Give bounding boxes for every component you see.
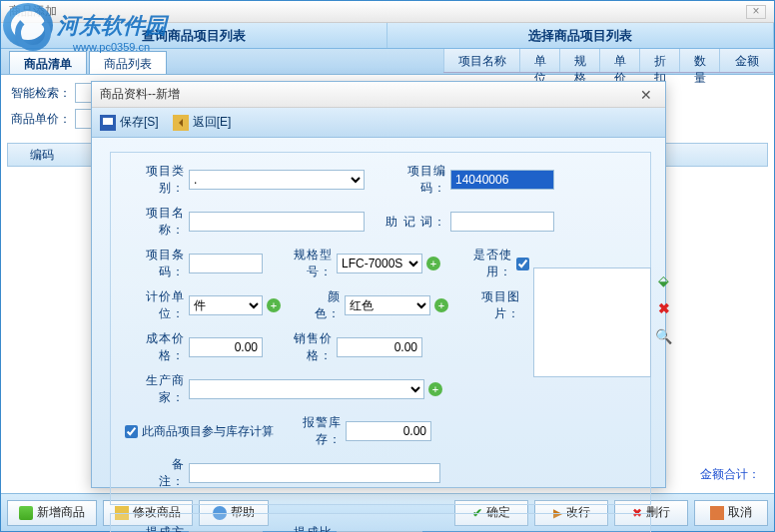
- sale-label: 销售价格：: [273, 330, 333, 364]
- alarm-label: 报警库存：: [282, 414, 342, 448]
- col-qty: 数量: [679, 49, 719, 72]
- alarm-input[interactable]: [346, 421, 431, 441]
- new-product-button[interactable]: 新增商品: [7, 500, 97, 526]
- color-select[interactable]: 红色: [345, 295, 430, 315]
- panel-headers: 查询商品项目列表 选择商品项目列表: [1, 23, 774, 49]
- dialog-toolbar: 保存[S] 返回[E]: [92, 108, 665, 138]
- commission-label: 提成方式：: [121, 524, 185, 532]
- product-dialog: 商品资料--新增 ✕ 保存[S] 返回[E] 项目类别： . 项目编码： 项目名…: [91, 81, 666, 488]
- ratio-label: 提成比例：: [273, 524, 333, 532]
- stock-calc-checkbox[interactable]: [125, 425, 138, 438]
- unit-select[interactable]: 件: [189, 295, 263, 315]
- image-add-icon[interactable]: ⬙: [658, 272, 669, 288]
- mnemonic-label: 助 记 词：: [383, 214, 446, 231]
- image-label: 项目图片：: [458, 288, 520, 322]
- col-discount: 折扣: [639, 49, 679, 72]
- field-group-main: 项目类别： . 项目编码： 项目名称： 助 记 词： 项目条码： 规格型号： L…: [110, 152, 651, 505]
- unit-add-icon[interactable]: +: [267, 298, 281, 312]
- spec-add-icon[interactable]: +: [426, 257, 440, 270]
- code-input[interactable]: [450, 170, 554, 190]
- panel-header-left: 查询商品项目列表: [1, 23, 388, 48]
- spec-label: 规格型号：: [273, 247, 333, 280]
- name-input[interactable]: [189, 212, 365, 232]
- remark-label: 备 注：: [121, 456, 185, 490]
- right-grid-header: 项目名称 单位 规格 单价 折扣 数量 金额: [443, 49, 773, 73]
- maker-label: 生产商家：: [121, 372, 185, 406]
- main-title-text: 商品添加: [9, 3, 57, 20]
- category-select[interactable]: .: [189, 170, 365, 190]
- remark-input[interactable]: [189, 463, 440, 483]
- dialog-body: 项目类别： . 项目编码： 项目名称： 助 记 词： 项目条码： 规格型号： L…: [92, 138, 665, 487]
- back-button[interactable]: 返回[E]: [173, 114, 232, 131]
- col-name: 项目名称: [443, 49, 519, 72]
- enable-checkbox[interactable]: [516, 258, 529, 270]
- dialog-titlebar: 商品资料--新增 ✕: [92, 82, 665, 108]
- stock-calc-label: 此商品项目参与库存计算: [142, 423, 274, 440]
- main-titlebar: 商品添加 ×: [1, 1, 774, 23]
- barcode-label: 项目条码：: [121, 247, 185, 280]
- main-close-button[interactable]: ×: [746, 5, 766, 19]
- cost-label: 成本价格：: [121, 330, 185, 364]
- cost-input[interactable]: [189, 337, 263, 357]
- tab-product-items[interactable]: 商品列表: [89, 51, 167, 74]
- image-zoom-icon[interactable]: 🔍: [655, 328, 672, 344]
- main-window: 商品添加 × 河东软件园 www.pc0359.cn 查询商品项目列表 选择商品…: [0, 0, 775, 532]
- mnemonic-input[interactable]: [450, 212, 554, 232]
- field-group-commission: 提成方式： 不提成 提成比例： 允许会员积分兑换此商品 兑换积分：: [110, 513, 651, 532]
- category-label: 项目类别：: [121, 163, 185, 197]
- col-code: 编码: [30, 147, 54, 164]
- unit-label: 计价单位：: [121, 288, 185, 322]
- image-delete-icon[interactable]: ✖: [658, 300, 670, 316]
- color-add-icon[interactable]: +: [434, 298, 448, 312]
- dialog-title-text: 商品资料--新增: [100, 86, 180, 103]
- dialog-close-button[interactable]: ✕: [635, 87, 657, 103]
- barcode-input[interactable]: [189, 254, 263, 273]
- code-label: 项目编码：: [383, 163, 446, 197]
- tab-product-list[interactable]: 商品清单: [9, 51, 87, 74]
- maker-add-icon[interactable]: +: [428, 382, 442, 396]
- col-amount: 金额: [719, 49, 773, 72]
- color-label: 颜 色：: [285, 288, 341, 322]
- image-tools: ⬙ ✖ 🔍: [655, 272, 672, 344]
- amount-sum-label: 金额合计：: [700, 466, 760, 483]
- price-label: 商品单价：: [11, 111, 71, 128]
- add-icon: [19, 506, 33, 520]
- cancel-button[interactable]: 取消: [694, 500, 768, 526]
- save-button[interactable]: 保存[S]: [100, 114, 159, 131]
- smart-search-label: 智能检索：: [11, 85, 71, 102]
- product-image-box: ⬙ ✖ 🔍: [533, 267, 651, 377]
- back-icon: [173, 115, 189, 131]
- cancel-icon: [710, 506, 724, 520]
- save-icon: [100, 115, 116, 131]
- col-unit: 单位: [519, 49, 559, 72]
- col-spec: 规格: [559, 49, 599, 72]
- panel-header-right: 选择商品项目列表: [388, 23, 774, 48]
- sale-input[interactable]: [337, 337, 422, 357]
- name-label: 项目名称：: [121, 205, 185, 239]
- spec-select[interactable]: LFC-7000S: [337, 254, 422, 273]
- enable-label: 是否使用：: [450, 247, 512, 280]
- maker-select[interactable]: [189, 379, 424, 399]
- col-price: 单价: [599, 49, 639, 72]
